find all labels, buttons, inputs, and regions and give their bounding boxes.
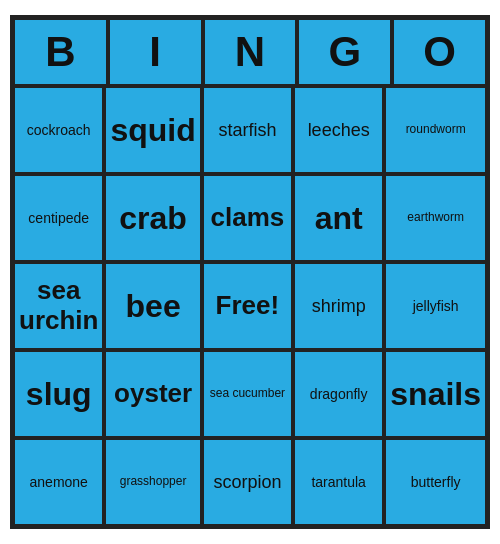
- bingo-header: BINGO: [13, 18, 487, 86]
- cell-r2-c3: shrimp: [293, 262, 384, 350]
- header-letter-n: N: [203, 18, 298, 86]
- cell-r4-c0: anemone: [13, 438, 104, 526]
- cell-text-r1-c3: ant: [315, 200, 363, 237]
- cell-r1-c2: clams: [202, 174, 293, 262]
- cell-text-r2-c1: bee: [126, 288, 181, 325]
- header-letter-o: O: [392, 18, 487, 86]
- cell-r0-c2: starfish: [202, 86, 293, 174]
- cell-text-r0-c1: squid: [110, 112, 195, 149]
- cell-text-r1-c4: earthworm: [407, 211, 464, 225]
- cell-r2-c0: sea urchin: [13, 262, 104, 350]
- cell-r0-c3: leeches: [293, 86, 384, 174]
- cell-r4-c4: butterfly: [384, 438, 487, 526]
- cell-text-r2-c4: jellyfish: [413, 298, 459, 314]
- cell-text-r1-c2: clams: [211, 203, 285, 233]
- cell-text-r4-c0: anemone: [30, 474, 88, 490]
- cell-text-r4-c4: butterfly: [411, 474, 461, 490]
- cell-r3-c1: oyster: [104, 350, 201, 438]
- cell-r0-c1: squid: [104, 86, 201, 174]
- cell-text-r3-c3: dragonfly: [310, 386, 368, 402]
- cell-r1-c3: ant: [293, 174, 384, 262]
- cell-text-r0-c2: starfish: [218, 120, 276, 141]
- cell-r2-c2: Free!: [202, 262, 293, 350]
- cell-r4-c3: tarantula: [293, 438, 384, 526]
- cell-r0-c0: cockroach: [13, 86, 104, 174]
- cell-r4-c2: scorpion: [202, 438, 293, 526]
- cell-text-r1-c1: crab: [119, 200, 187, 237]
- cell-r3-c2: sea cucumber: [202, 350, 293, 438]
- cell-text-r0-c0: cockroach: [27, 122, 91, 138]
- cell-text-r3-c1: oyster: [114, 379, 192, 409]
- cell-r0-c4: roundworm: [384, 86, 487, 174]
- header-letter-g: G: [297, 18, 392, 86]
- cell-r1-c0: centipede: [13, 174, 104, 262]
- cell-text-r4-c3: tarantula: [311, 474, 365, 490]
- cell-r1-c4: earthworm: [384, 174, 487, 262]
- cell-r3-c4: snails: [384, 350, 487, 438]
- cell-r3-c0: slug: [13, 350, 104, 438]
- cell-text-r2-c3: shrimp: [312, 296, 366, 317]
- header-letter-i: I: [108, 18, 203, 86]
- bingo-card: BINGO cockroachsquidstarfishleechesround…: [10, 15, 490, 529]
- cell-text-r3-c4: snails: [390, 376, 481, 413]
- cell-text-r3-c0: slug: [26, 376, 92, 413]
- cell-r3-c3: dragonfly: [293, 350, 384, 438]
- cell-r2-c4: jellyfish: [384, 262, 487, 350]
- cell-r4-c1: grasshopper: [104, 438, 201, 526]
- cell-r2-c1: bee: [104, 262, 201, 350]
- bingo-grid: cockroachsquidstarfishleechesroundwormce…: [13, 86, 487, 526]
- cell-text-r3-c2: sea cucumber: [210, 387, 285, 401]
- cell-text-r0-c3: leeches: [308, 120, 370, 141]
- cell-r1-c1: crab: [104, 174, 201, 262]
- header-letter-b: B: [13, 18, 108, 86]
- cell-text-r2-c0: sea urchin: [19, 276, 98, 336]
- cell-text-r4-c2: scorpion: [213, 472, 281, 493]
- cell-text-r1-c0: centipede: [28, 210, 89, 226]
- cell-text-r0-c4: roundworm: [406, 123, 466, 137]
- cell-text-r4-c1: grasshopper: [120, 475, 187, 489]
- cell-text-r2-c2: Free!: [216, 291, 280, 321]
